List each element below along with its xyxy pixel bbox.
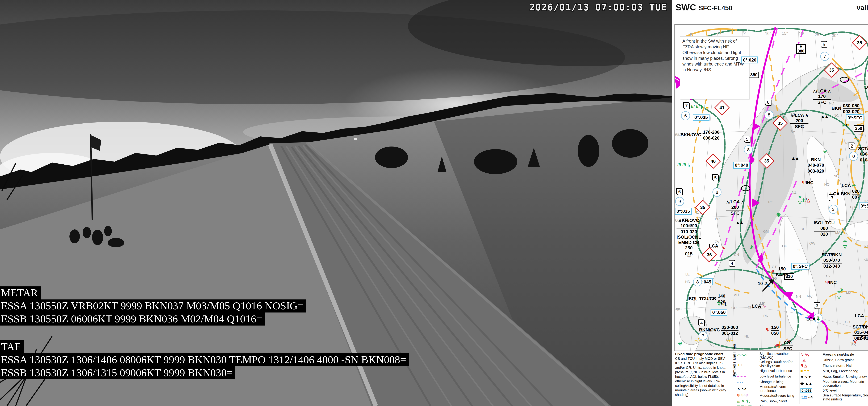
legend-item: ⬬ ▲▲Mountain waves, Mountain obscuration bbox=[801, 380, 868, 387]
map-lat-label: 20° bbox=[798, 32, 804, 36]
map-wxrow-label: BKN/OVC 030-060001-012 bbox=[699, 325, 739, 336]
legend-item-label: Haze, Smoke, Blowing snow bbox=[823, 375, 867, 379]
legend-item-label: Rain, Snow, Sleet bbox=[760, 399, 787, 403]
legend-item-label: Drizzle, Snow grains bbox=[823, 358, 854, 362]
map-sta-label: GG bbox=[772, 277, 777, 281]
low-level-turbulence-icon: – – – bbox=[737, 374, 760, 379]
legend-item: ∧ ∧∧Moderate/Severe turbulence bbox=[737, 385, 798, 393]
zero-level-icon: 0°:055 bbox=[801, 388, 823, 393]
legend-side-label: Symbols and lines bbox=[732, 344, 737, 377]
legend-column-symbols: ◠◠◠Significant weather (SIGWX)┬┬┬Ceiling… bbox=[737, 352, 798, 406]
map-sta-label: BO bbox=[790, 113, 796, 117]
map-ellipse-label bbox=[741, 185, 750, 191]
taf-line: ESSB 130530Z 1306/1315 09006KT 9999 BKN0… bbox=[0, 366, 235, 379]
map-circ-label: 0 bbox=[849, 152, 858, 161]
legend-item: ◠◠◠Significant weather (SIGWX) bbox=[737, 352, 798, 360]
map-sta-label: NO bbox=[824, 182, 830, 186]
map-sta-label: NL bbox=[744, 335, 749, 339]
map-tb-label: 350 bbox=[854, 125, 864, 132]
map-zl-label: 0°:SFC bbox=[846, 114, 864, 121]
map-sym-label: ✳ bbox=[678, 341, 682, 347]
taf-title: TAF bbox=[0, 340, 24, 353]
map-zl-label: 0°:040 bbox=[733, 162, 750, 169]
map-sta-label: CN bbox=[734, 253, 739, 257]
legend-item-label: Showers bbox=[760, 405, 773, 406]
map-sta-label: LE bbox=[685, 272, 689, 277]
map-sta-label: DA bbox=[696, 211, 701, 215]
map-wxrow-label: LCA BKN 020007 bbox=[830, 188, 860, 200]
legend-item-label: Moderate/Severe icing bbox=[760, 394, 794, 398]
map-sta-label: NU bbox=[834, 174, 839, 178]
map-sym-label: ≡ bbox=[706, 105, 709, 111]
legend-item: ∞ ∿ +Haze, Smoke, Blowing snow bbox=[801, 374, 868, 379]
showers-icon: ▽ ▽✳ ▽, bbox=[737, 405, 760, 406]
legend-item: (12) ⌐4Sea surface temperature, Sea stat… bbox=[801, 393, 868, 401]
map-sta-label: NZ bbox=[792, 191, 797, 195]
legend-column-precip: ∿ ∿,Freezing rain/drizzle, △Drizzle, Sno… bbox=[801, 352, 868, 402]
map-sta-label: KL bbox=[860, 133, 864, 137]
webcam-timestamp: 2026/01/13 07:00:03 TUE bbox=[529, 2, 667, 13]
map-row-label: ✳/≡ bbox=[842, 123, 849, 128]
map-sym-label: ∿ bbox=[721, 245, 726, 251]
legend-item: Ψ ΨΨModerate/Severe icing bbox=[737, 393, 798, 398]
map-lat-label: 10° bbox=[765, 31, 771, 36]
map-wxrow-label: BKN 030-050003-020 bbox=[832, 103, 860, 114]
map-circ-label: 3 bbox=[829, 205, 838, 214]
thunderstorm-hail-icon: R △ bbox=[801, 364, 823, 368]
map-circ-label: 7 bbox=[820, 52, 829, 61]
map-sta-label: OU bbox=[867, 144, 868, 148]
map-sta-label: NG bbox=[834, 114, 839, 118]
map-stack-label: ∧/LCA ∧200SFC bbox=[726, 199, 744, 216]
map-sta-label: RO bbox=[768, 200, 773, 204]
legend-item: /// ✳ ✳,Rain, Snow, Sleet bbox=[737, 399, 798, 404]
map-ellipse-label bbox=[840, 77, 849, 83]
mist-fog-freezing-fog-icon: = ≡ ¥ bbox=[801, 369, 823, 374]
map-lat-label: 15° bbox=[782, 31, 788, 36]
map-sta-label: AH bbox=[734, 293, 739, 297]
legend-item: — — —High level turbulence bbox=[737, 368, 798, 374]
map-sta-label: ZV bbox=[715, 240, 719, 244]
map-zl-label: 0°:SFC bbox=[859, 202, 868, 209]
map-sta-label: GT bbox=[772, 265, 777, 269]
legend-item-label: Significant weather (SIGWX) bbox=[760, 352, 798, 360]
legend-item-label: Moderate/Severe turbulence bbox=[760, 385, 798, 393]
map-sta-label: OE bbox=[797, 248, 802, 252]
map-sta-label: BR bbox=[715, 217, 720, 221]
map-mtn-label: ▲▲ bbox=[735, 220, 743, 226]
map-stack2-label: ✳▽ bbox=[837, 289, 841, 300]
metar-line: ESSA 130550Z VRB02KT 9999 BKN037 M03/M05… bbox=[0, 299, 306, 313]
change-in-icing-icon: - - - bbox=[737, 380, 760, 384]
map-sta-label: HM bbox=[688, 224, 693, 228]
legend-item-label: Freezing rain/drizzle bbox=[823, 352, 854, 356]
legend-item: = ≡ ¥Mist, Fog, Freezing fog bbox=[801, 369, 868, 374]
map-flag-label: 5 bbox=[712, 174, 719, 181]
map-labels-layer: -5°0°5°10°15°20°25°30°35°40°70°65°60°55°… bbox=[675, 25, 868, 351]
map-stack2-label: ✳▽ bbox=[798, 194, 802, 205]
map-row-label: 10 ➚ bbox=[758, 281, 768, 286]
map-zl-label: 0°:050 bbox=[711, 309, 727, 316]
map-dia-label: 35 bbox=[759, 153, 774, 169]
icing-icon: Ψ ΨΨ bbox=[737, 394, 760, 398]
legend-item: ┬┬┬Ceiling<1000ft and/or visibility<5km bbox=[737, 360, 798, 368]
map-house-label: H 380 bbox=[796, 44, 806, 54]
taf-line: ESSA 130530Z 1306/1406 08006KT 9999 BKN0… bbox=[0, 353, 409, 366]
legend-item: 0°:0550°C level bbox=[801, 388, 868, 393]
legend-item: – – –Low level turbulence bbox=[737, 374, 798, 379]
map-row-label: /// /// |, bbox=[677, 162, 690, 167]
map-sta-label: NQ bbox=[829, 101, 834, 105]
map-stack-label: ISOL TCU080020 bbox=[814, 220, 835, 237]
legend-intro-body: CB and TCU imply MOD or SEV ICE/TURB, CB… bbox=[675, 357, 726, 397]
map-row-label: LCA ≡ bbox=[864, 84, 868, 90]
screenshot-root: 2026/01/13 07:00:03 TUE METAR ESSA 13055… bbox=[0, 0, 868, 406]
map-dia-label: 35 bbox=[824, 62, 839, 78]
map-flag-label: 4 bbox=[728, 260, 735, 267]
map-lat-label: 65° bbox=[675, 133, 681, 137]
map-flag-label: 5 bbox=[820, 41, 827, 48]
map-row-label: /// /// |,| bbox=[691, 104, 705, 109]
map-sta-label: VA bbox=[687, 255, 691, 258]
map-circ-label: 8 bbox=[693, 278, 702, 286]
map-flag-label: 7 bbox=[683, 102, 690, 109]
legend-intro: Fixed time prognostic chart CB and TCU i… bbox=[675, 352, 730, 397]
map-sta-label: KA bbox=[864, 244, 868, 249]
map-sta-label: GC bbox=[691, 298, 696, 302]
